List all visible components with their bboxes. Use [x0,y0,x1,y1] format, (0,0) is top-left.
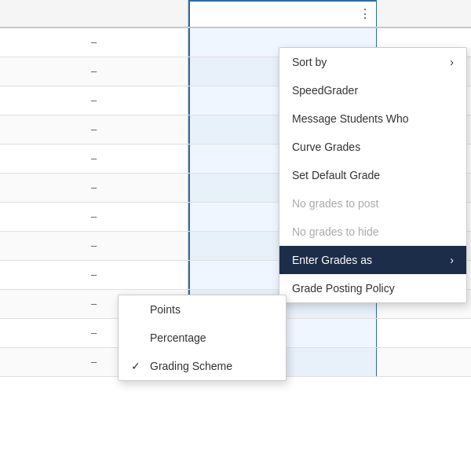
menu-item-label: Grade Posting Policy [292,282,395,295]
extra-credit-cell: – [0,28,188,57]
rest-cell [377,348,471,376]
menu-item-label: No grades to post [292,197,379,210]
extra-credit-cell: – [0,57,188,86]
midterm-header: ⋮ [188,0,377,27]
menu-item-curve-grades[interactable]: Curve Grades [279,133,466,161]
rest-header [377,0,471,27]
menu-item-label: SpeedGrader [292,84,358,97]
submenu-item-label: Points [150,303,181,316]
gradebook-table: ⋮ – – – – – – – [0,0,471,476]
menu-item-label: Message Students Who [292,112,409,125]
extra-credit-cell: – [0,86,188,115]
enter-grades-submenu: Points Percentage ✓ Grading Scheme [118,295,287,381]
menu-item-label: Enter Grades as [292,254,372,266]
extra-credit-cell: – [0,232,188,260]
context-menu: Sort by › SpeedGrader Message Students W… [279,47,467,303]
extra-credit-header [0,0,188,27]
extra-credit-cell: – [0,115,188,144]
menu-item-message-students[interactable]: Message Students Who [279,104,466,133]
menu-item-no-grades-hide: No grades to hide [279,218,466,246]
submenu-item-points[interactable]: Points [119,295,286,324]
menu-item-speed-grader[interactable]: SpeedGrader [279,76,466,104]
menu-item-enter-grades-as[interactable]: Enter Grades as › [279,246,466,274]
submenu-item-label: Grading Scheme [150,360,232,372]
submenu-arrow-icon: › [450,56,454,68]
menu-item-label: Set Default Grade [292,169,380,181]
menu-item-sort-by[interactable]: Sort by › [279,48,466,76]
submenu-item-label: Percentage [150,331,206,344]
submenu-item-percentage[interactable]: Percentage [119,324,286,352]
submenu-arrow-icon: › [450,254,454,266]
menu-item-label: Curve Grades [292,141,360,153]
menu-item-label: Sort by [292,56,327,68]
submenu-item-grading-scheme[interactable]: ✓ Grading Scheme [119,352,286,380]
menu-item-no-grades-post: No grades to post [279,189,466,218]
header-row: ⋮ [0,0,471,28]
extra-credit-cell: – [0,203,188,231]
check-icon: ✓ [131,360,144,372]
extra-credit-cell: – [0,145,188,173]
extra-credit-cell: – [0,174,188,202]
menu-item-grade-posting-policy[interactable]: Grade Posting Policy [279,274,466,302]
menu-item-label: No grades to hide [292,225,379,238]
extra-credit-cell: – [0,261,188,289]
menu-item-set-default-grade[interactable]: Set Default Grade [279,161,466,189]
column-options-button[interactable]: ⋮ [359,8,371,20]
rest-cell [377,319,471,347]
